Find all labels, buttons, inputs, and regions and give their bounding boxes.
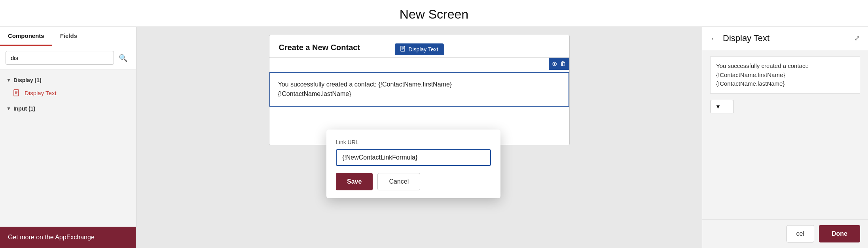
search-input[interactable] [6, 51, 114, 65]
popup-dialog: Link URL Save Cancel [326, 130, 500, 198]
move-icon[interactable]: ⊕ [552, 60, 557, 68]
sidebar-section-display: ▼ Display (1) Display Text [0, 73, 136, 101]
right-panel-dropdown[interactable]: ▼ [710, 100, 734, 113]
right-panel-preview-text: You successfully created a contact: {!Co… [710, 56, 860, 94]
search-icon: 🔍 [119, 54, 127, 62]
chevron-down-icon-input: ▼ [6, 106, 11, 111]
sidebar-search-container: 🔍 [0, 46, 136, 70]
section-header-display[interactable]: ▼ Display (1) [0, 75, 136, 86]
save-button[interactable]: Save [336, 173, 373, 190]
right-panel-header-left: ← Display Text [710, 33, 769, 43]
expand-button[interactable]: ⤢ [854, 34, 860, 43]
canvas: Create a New Contact Display Text [136, 27, 702, 248]
tab-components[interactable]: Components [0, 27, 52, 46]
right-panel-content: You successfully created a contact: {!Co… [702, 50, 868, 219]
appexchange-button[interactable]: Get more on the AppExchange [0, 227, 136, 248]
tab-fields[interactable]: Fields [52, 27, 85, 46]
page-title: New Screen [0, 7, 868, 22]
sidebar-item-label-display-text: Display Text [25, 90, 57, 96]
sidebar-content: ▼ Display (1) Display Text [0, 70, 136, 227]
right-panel-title: Display Text [723, 33, 769, 43]
link-url-input[interactable] [336, 149, 491, 166]
search-button[interactable]: 🔍 [116, 52, 131, 64]
right-panel-footer: cel Done [702, 219, 868, 248]
main-layout: Components Fields 🔍 ▼ Display (1) [0, 27, 868, 248]
back-button[interactable]: ← [710, 34, 718, 43]
footer-cancel-button[interactable]: cel [787, 225, 814, 242]
popup-buttons: Save Cancel [336, 173, 491, 190]
sidebar-item-display-text[interactable]: Display Text [0, 86, 136, 100]
chevron-down-icon: ▼ [6, 77, 11, 83]
display-text-badge[interactable]: Display Text [394, 43, 443, 55]
display-text-block[interactable]: You successfully created a contact: {!Co… [269, 72, 569, 107]
footer-done-button[interactable]: Done [819, 225, 860, 242]
display-text-content: You successfully created a contact: {!Co… [270, 73, 569, 106]
badge-document-icon [400, 46, 406, 53]
cancel-button[interactable]: Cancel [377, 173, 420, 190]
right-panel-dropdown-row: ▼ [710, 100, 860, 113]
display-text-controls: ⊕ 🗑 [549, 58, 569, 70]
top-bar: New Screen [0, 0, 868, 27]
chevron-down-icon-dropdown: ▼ [715, 103, 721, 110]
section-header-input[interactable]: ▼ Input (1) [0, 103, 136, 114]
sidebar-tabs: Components Fields [0, 27, 136, 46]
sidebar-section-input: ▼ Input (1) [0, 101, 136, 116]
svg-rect-0 [14, 90, 19, 96]
display-text-badge-label: Display Text [408, 46, 438, 53]
right-panel-header: ← Display Text ⤢ [702, 27, 868, 50]
popup-label: Link URL [336, 139, 491, 145]
right-panel: ← Display Text ⤢ You successfully create… [702, 27, 868, 248]
screen-frame: Create a New Contact Display Text [269, 35, 570, 145]
delete-icon[interactable]: 🗑 [560, 60, 566, 68]
document-icon [13, 89, 21, 97]
badge-row: Display Text ⊕ 🗑 [269, 58, 569, 72]
sidebar: Components Fields 🔍 ▼ Display (1) [0, 27, 136, 248]
